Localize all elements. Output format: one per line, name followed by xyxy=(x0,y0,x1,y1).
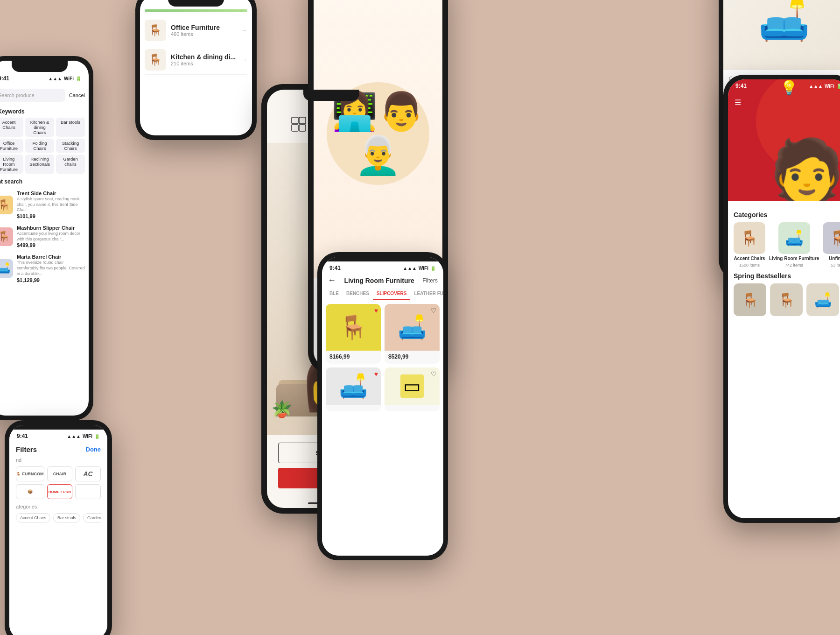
cat-img-living: 🛋️ xyxy=(778,222,810,254)
battery-icon-filters: 🔋 xyxy=(94,434,100,439)
cat-filter-barstool[interactable]: Bar stools xyxy=(53,513,80,522)
tab-benches[interactable]: BENCHES xyxy=(343,288,373,300)
keyword-accent-chairs[interactable]: Accent Chairs xyxy=(0,118,23,137)
tab-leather[interactable]: LEATHER FURN xyxy=(410,288,443,300)
signal-icon-home: ▲▲▲ xyxy=(809,84,823,89)
brand-label: nd xyxy=(16,457,101,463)
keyword-folding-chairs[interactable]: Folding Chairs xyxy=(25,139,54,153)
product-price-2: $520,99 xyxy=(385,351,440,364)
keyword-office-furniture[interactable]: Office Furniture xyxy=(0,139,23,153)
time-home: 9:41 xyxy=(735,83,747,89)
category-count-kitchen: 210 items xyxy=(171,61,236,66)
phone-filters: 9:41 ▲▲▲ WiFi 🔋 Filters Done nd 🪑 FURNCO… xyxy=(5,420,112,635)
status-bar-filters: 9:41 ▲▲▲ WiFi 🔋 xyxy=(9,430,107,441)
cat-card-unfin[interactable]: 🪑 Unfinis... 53 items xyxy=(823,222,840,268)
plant-icon: 🪴 xyxy=(272,400,292,419)
keyword-garden-chairs[interactable]: Garden chairs xyxy=(56,155,85,174)
spring-item-3[interactable]: 🛋️ xyxy=(806,283,839,316)
cancel-button[interactable]: Cancel xyxy=(69,92,85,98)
product-card-2[interactable]: 🛋️ ♡ $520,99 xyxy=(385,304,440,364)
category-item-kitchen[interactable]: 🪑 Kitchen & dining di... 210 items → xyxy=(145,45,247,75)
category-info-kitchen: Kitchen & dining di... 210 items xyxy=(171,53,236,66)
recent-name-1: Trent Side Chair xyxy=(17,190,85,196)
brand-empty[interactable] xyxy=(75,484,101,499)
cat-filter-garden[interactable]: Garden chairs xyxy=(83,513,101,522)
wifi-icon-home: WiFi xyxy=(825,84,834,89)
recent-item-1[interactable]: 🪑 Trent Side Chair A stylish spare seat,… xyxy=(0,188,85,222)
cat-count-accent: 1500 items xyxy=(739,263,760,268)
keyword-living-room[interactable]: Living Room Furniture xyxy=(0,155,23,174)
categories-section-title: Categories xyxy=(734,211,840,219)
product-price-3 xyxy=(326,405,381,411)
category-name-kitchen: Kitchen & dining di... xyxy=(171,53,236,61)
cat-card-accent[interactable]: 🪑 Accent Chairs 1500 items xyxy=(734,222,765,268)
keyword-stacking-chairs[interactable]: Stacking Chairs xyxy=(56,139,85,153)
recent-thumb-1: 🪑 xyxy=(0,196,13,214)
status-bar-search: 9:41 ▲▲▲ WiFi 🔋 xyxy=(0,72,89,83)
status-icons-search: ▲▲▲ WiFi 🔋 xyxy=(48,76,81,81)
brand-furncom[interactable]: 🪑 FURNCOM xyxy=(16,466,44,481)
category-thumb-kitchen: 🪑 xyxy=(145,49,166,71)
filters-button[interactable]: Filters xyxy=(422,277,438,284)
brand-section: nd 🪑 FURNCOM CHAIR AC 📦 HOME FURN xyxy=(9,457,107,499)
wifi-icon: WiFi xyxy=(64,76,74,81)
keywords-title: : Keywords xyxy=(0,108,85,115)
product-img-1: 🪑 xyxy=(326,304,381,351)
recent-desc-3: This oversize round chair comfortably fi… xyxy=(17,260,85,276)
recent-item-2[interactable]: 🪑 Mashburn Slipper Chair Accentuate your… xyxy=(0,222,85,251)
cat-name-accent: Accent Chairs xyxy=(734,256,765,261)
tab-ble[interactable]: BLE xyxy=(326,288,343,300)
product-card-1[interactable]: 🪑 ♥ $166,99 xyxy=(326,304,381,364)
living-title: Living Room Furniture xyxy=(344,277,414,284)
notch-splash xyxy=(303,90,359,101)
notch xyxy=(12,61,68,72)
status-icons-filters: ▲▲▲ WiFi 🔋 xyxy=(67,434,100,439)
menu-icon[interactable]: ☰ xyxy=(735,98,741,107)
spring-item-2[interactable]: 🪑 xyxy=(770,283,803,316)
logo-icon xyxy=(289,115,308,134)
hero-person: 🧑 xyxy=(769,140,840,201)
category-info-office: Office Furniture 460 items xyxy=(171,24,236,37)
cat-count-unfin: 53 items xyxy=(831,263,840,268)
cat-filter-accent[interactable]: Accent Chairs xyxy=(16,513,50,522)
back-button[interactable]: ← xyxy=(328,275,336,285)
brand-ac[interactable]: AC xyxy=(75,466,101,481)
brand-homefurn[interactable]: HOME FURN xyxy=(47,484,73,499)
keyword-kitchen-dining[interactable]: Kitchen & dining Chairs xyxy=(25,118,54,137)
category-arrow-office: → xyxy=(241,27,247,34)
keyword-reclining[interactable]: Reclining Sectionals xyxy=(25,155,54,174)
recent-name-3: Marta Barrel Chair xyxy=(17,254,85,260)
search-input[interactable]: Search produce xyxy=(0,89,65,102)
category-thumb-office: 🪑 xyxy=(145,20,166,41)
recent-info-1: Trent Side Chair A stylish spare seat, r… xyxy=(17,190,85,219)
tabs-row: BLE BENCHES SLIPCOVERS LEATHER FURN xyxy=(322,288,443,300)
products-grid: 🪑 ♥ $166,99 🛋️ ♡ $520,99 🛋️ ♥ xyxy=(322,300,443,415)
brand-chair[interactable]: CHAIR xyxy=(47,466,73,481)
recent-item-3[interactable]: 🛋️ Marta Barrel Chair This oversize roun… xyxy=(0,251,85,286)
wifi-icon-filters: WiFi xyxy=(83,434,92,439)
recent-title: ent search xyxy=(0,178,85,185)
wishlist-button-4[interactable]: ♡ xyxy=(431,370,437,378)
home-hero: 9:41 ▲▲▲ WiFi 🔋 ☰ 💡 🧑 xyxy=(728,79,840,201)
product-price-1: $166,99 xyxy=(326,351,381,364)
cat-card-living[interactable]: 🛋️ Living Room Furniture 742 items xyxy=(769,222,819,268)
filters-header: Filters Done xyxy=(9,441,107,457)
cat-count-living: 742 items xyxy=(785,263,803,268)
spring-item-1[interactable]: 🪑 xyxy=(734,283,766,316)
phone-search: 9:41 ▲▲▲ WiFi 🔋 Search produce Cancel : … xyxy=(0,56,93,420)
battery-icon-home: 🔋 xyxy=(836,84,840,89)
category-item-office[interactable]: 🪑 Office Furniture 460 items → xyxy=(145,16,247,45)
brand-box4[interactable]: 📦 xyxy=(16,484,44,499)
recent-desc-1: A stylish spare seat, reading nook chair… xyxy=(17,197,85,213)
tab-slipcovers[interactable]: SLIPCOVERS xyxy=(373,288,410,300)
wishlist-button-1[interactable]: ♥ xyxy=(374,307,378,314)
recent-price-3: $1,129,99 xyxy=(17,277,85,283)
keyword-bar-stools[interactable]: Bar stools xyxy=(56,118,85,137)
wishlist-button-3[interactable]: ♥ xyxy=(374,370,378,378)
product-card-3[interactable]: 🛋️ ♥ xyxy=(326,367,381,411)
done-button[interactable]: Done xyxy=(86,446,101,453)
wishlist-button-2[interactable]: ♡ xyxy=(431,307,437,314)
cat-name-unfin: Unfinis... xyxy=(829,256,840,261)
signal-icon-filters: ▲▲▲ xyxy=(67,434,81,439)
product-card-4[interactable]: ▭ ♡ xyxy=(385,367,440,411)
